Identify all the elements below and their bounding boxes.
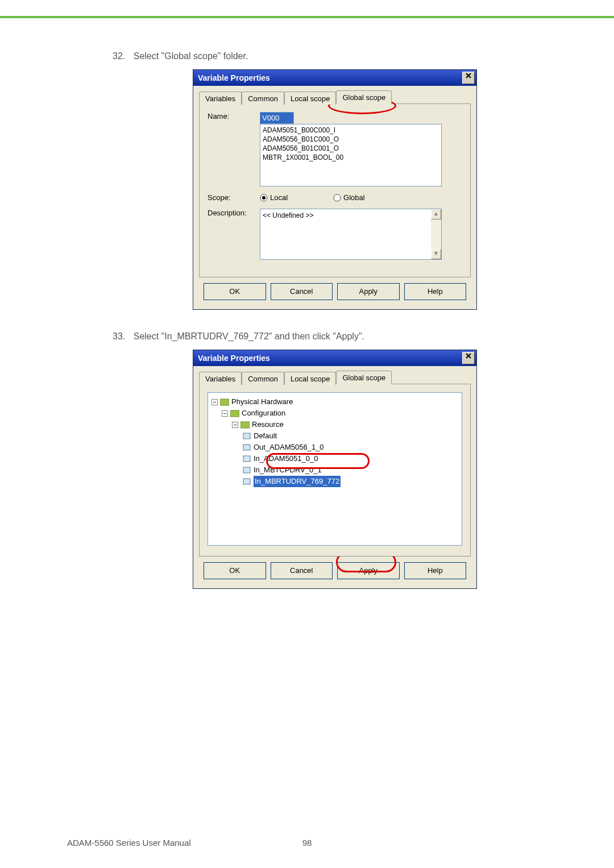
ok-button[interactable]: OK (204, 562, 266, 579)
step-32-number: 32. (113, 51, 125, 61)
tab-bar: Variables Common Local scope Global scop… (199, 90, 471, 104)
tab-pane: Name: V000 ADAM5051_B00C000_I ADAM5056_B… (199, 103, 471, 277)
name-label: Name: (208, 112, 260, 121)
close-icon[interactable] (462, 352, 475, 364)
name-input[interactable]: V000 (260, 112, 294, 124)
close-icon[interactable] (462, 72, 475, 84)
page-content: 32. Select "Global scope" folder. Variab… (0, 18, 614, 589)
apply-button[interactable]: Apply (337, 283, 400, 300)
variable-properties-dialog-2: Variable Properties Variables Common Loc… (193, 350, 477, 589)
step-33-text: Select "In_MBRTUDRV_769_772" and then cl… (134, 331, 364, 341)
cancel-button[interactable]: Cancel (271, 562, 333, 579)
svg-rect-8 (243, 456, 250, 462)
scope-local-label: Local (270, 193, 288, 202)
item-icon (242, 477, 251, 485)
scope-global-label: Global (343, 193, 365, 202)
scroll-track[interactable] (431, 219, 441, 249)
scope-label: Scope: (208, 193, 260, 202)
scroll-up-icon[interactable]: ▲ (431, 209, 441, 219)
apply-button[interactable]: Apply (337, 562, 400, 579)
tab-variables[interactable]: Variables (199, 92, 242, 105)
scroll-down-icon[interactable]: ▼ (431, 249, 441, 259)
svg-rect-10 (243, 479, 250, 484)
tree-label: In_MBTCPDRV_0_1 (254, 464, 322, 476)
svg-rect-9 (243, 467, 250, 473)
scope-local-radio[interactable]: Local (260, 193, 288, 202)
tree-node-in-adam5051[interactable]: In_ADAM5051_0_0 (242, 453, 458, 464)
name-listbox[interactable]: ADAM5051_B00C000_I ADAM5056_B01C000_O AD… (260, 124, 442, 186)
scope-global-radio[interactable]: Global (333, 193, 365, 202)
step-33: 33. Select "In_MBRTUDRV_769_772" and the… (113, 331, 557, 342)
variable-properties-dialog-1: Variable Properties Variables Common Loc… (193, 69, 477, 310)
folder-icon (220, 398, 229, 406)
item-icon (242, 443, 251, 451)
item-icon (242, 432, 251, 440)
tab-variables[interactable]: Variables (199, 372, 242, 385)
item-icon (242, 455, 251, 463)
tree-node-configuration[interactable]: − Configuration (222, 408, 458, 419)
folder-icon (230, 409, 239, 417)
expander-icon[interactable]: − (232, 422, 238, 428)
dialog-titlebar[interactable]: Variable Properties (193, 350, 476, 366)
svg-rect-3 (220, 399, 229, 405)
svg-point-1 (262, 196, 265, 200)
page-footer: ADAM-5560 Series User Manual 98 (0, 838, 614, 848)
tab-local-scope[interactable]: Local scope (284, 92, 336, 105)
footer-left: ADAM-5560 Series User Manual (67, 838, 191, 848)
tree-node-default[interactable]: Default (242, 430, 458, 442)
svg-point-2 (334, 194, 341, 201)
dialog-title: Variable Properties (198, 354, 270, 363)
scrollbar[interactable]: ▲ ▼ (431, 209, 441, 259)
tab-bar: Variables Common Local scope Global scop… (199, 371, 471, 384)
tree-node-resource[interactable]: − Resource (232, 419, 458, 430)
folder-icon (240, 421, 250, 429)
svg-rect-6 (243, 433, 250, 439)
svg-rect-4 (230, 410, 239, 417)
step-33-number: 33. (113, 331, 125, 341)
expander-icon[interactable]: − (222, 410, 228, 417)
description-textarea[interactable]: << Undefined >> (260, 209, 442, 260)
tab-global-scope[interactable]: Global scope (336, 90, 392, 104)
tree-label: Out_ADAM5056_1_0 (254, 442, 324, 453)
dialog-titlebar[interactable]: Variable Properties (193, 70, 476, 86)
scope-tree[interactable]: − Physical Hardware − Configuration − Re… (208, 392, 462, 546)
dialog-button-row: OK Cancel Apply Help (199, 277, 471, 304)
tree-node-in-mbtcpdrv[interactable]: In_MBTCPDRV_0_1 (242, 464, 458, 476)
tree-node-physical-hardware[interactable]: − Physical Hardware (211, 396, 458, 408)
description-label: Description: (208, 209, 260, 217)
dialog-button-row: OK Cancel Apply Help (199, 556, 471, 583)
cancel-button[interactable]: Cancel (271, 283, 333, 300)
tree-label: Resource (252, 419, 284, 430)
help-button[interactable]: Help (404, 562, 467, 579)
step-32-text: Select "Global scope" folder. (134, 51, 248, 61)
footer-page-number: 98 (302, 838, 312, 848)
tab-common[interactable]: Common (242, 92, 284, 105)
tab-local-scope[interactable]: Local scope (284, 372, 336, 385)
tree-label: In_ADAM5051_0_0 (254, 453, 318, 464)
tab-global-scope[interactable]: Global scope (336, 371, 392, 384)
tree-label: Physical Hardware (231, 396, 293, 408)
tree-label-selected: In_MBRTUDRV_769_772 (254, 476, 341, 487)
tab-common[interactable]: Common (242, 372, 284, 385)
tree-label: Configuration (242, 408, 285, 419)
tree-label: Default (254, 430, 277, 442)
tree-node-in-mbrtudrv[interactable]: In_MBRTUDRV_769_772 (242, 476, 458, 487)
svg-rect-5 (240, 422, 250, 428)
tree-node-out-adam5056[interactable]: Out_ADAM5056_1_0 (242, 442, 458, 453)
step-32: 32. Select "Global scope" folder. (113, 51, 557, 61)
ok-button[interactable]: OK (204, 283, 266, 300)
item-icon (242, 466, 251, 474)
svg-rect-7 (243, 445, 250, 450)
tab-pane: − Physical Hardware − Configuration − Re… (199, 384, 471, 556)
dialog-title: Variable Properties (198, 73, 270, 82)
expander-icon[interactable]: − (211, 399, 218, 405)
help-button[interactable]: Help (404, 283, 467, 300)
